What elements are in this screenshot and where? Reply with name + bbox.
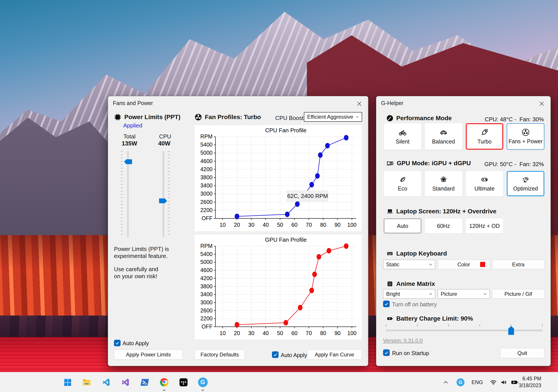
- run-on-startup-checkbox[interactable]: [383, 349, 390, 356]
- performance-mode-header: Performance Mode: [386, 115, 452, 122]
- mode-fans-power-button[interactable]: Fans + Power: [507, 123, 544, 150]
- battery-bolt-icon: [386, 315, 393, 322]
- keyboard-extra-button[interactable]: Extra: [492, 260, 544, 269]
- anime-mode-select[interactable]: Picture: [438, 289, 490, 299]
- cpu-fan-chart-card[interactable]: 102030405060708090100RPM5400500046004200…: [194, 125, 362, 231]
- visual-studio-icon[interactable]: [120, 377, 131, 387]
- flower-icon: [440, 175, 448, 183]
- svg-text:4200: 4200: [200, 275, 213, 281]
- ppt-note-line3: Use carefully and: [114, 266, 158, 273]
- laptop-screen-header: Laptop Screen: 120Hz + Overdrive: [386, 208, 496, 215]
- svg-text:GPU Fan Profile: GPU Fan Profile: [265, 236, 306, 243]
- cpu-label: CPU: [159, 133, 171, 140]
- mode-turbo-button[interactable]: Turbo: [466, 123, 503, 150]
- window-title: G-Helper: [381, 100, 403, 106]
- total-slider-thumb[interactable]: [124, 159, 132, 164]
- ppt-note-line1: Power Limits (PPT) is: [114, 246, 169, 252]
- cpu-slider-track[interactable]: [163, 151, 164, 237]
- close-icon[interactable]: [538, 100, 546, 108]
- g-helper-taskbar-icon[interactable]: G: [198, 377, 208, 387]
- screen-auto-button[interactable]: Auto: [384, 218, 421, 233]
- factory-defaults-button[interactable]: Factory Defaults: [194, 350, 245, 360]
- svg-text:4200: 4200: [200, 166, 213, 172]
- svg-text:2200: 2200: [200, 207, 213, 213]
- total-value: 135W: [122, 140, 137, 147]
- cpu-boost-select[interactable]: Efficient Aggressive: [304, 112, 362, 122]
- svg-text:40: 40: [263, 330, 269, 336]
- tray-chevron-up-icon[interactable]: [442, 378, 450, 386]
- svg-text:3800: 3800: [200, 174, 213, 180]
- wifi-icon[interactable]: [489, 378, 498, 387]
- gpu-standard-button[interactable]: Standard: [425, 171, 462, 196]
- svg-text:70: 70: [306, 222, 312, 228]
- cpu-fan-chart[interactable]: 102030405060708090100RPM5400500046004200…: [194, 125, 362, 231]
- mode-balanced-button[interactable]: Balanced: [425, 123, 462, 150]
- tray-clock[interactable]: 6:45 PM 3/18/2023: [519, 375, 541, 389]
- gpu-optimized-button[interactable]: Optimized: [507, 171, 544, 196]
- apply-fan-curve-button[interactable]: Apply Fan Curve: [307, 350, 362, 360]
- file-explorer-icon[interactable]: [81, 377, 92, 387]
- svg-text:20: 20: [234, 222, 240, 228]
- cpu-chip-icon: [114, 113, 122, 121]
- svg-text:2600: 2600: [200, 307, 213, 314]
- gpu-fan-chart[interactable]: 102030405060708090100RPM5400500046004200…: [194, 235, 362, 340]
- tidal-icon[interactable]: [178, 377, 189, 387]
- start-button[interactable]: [62, 377, 73, 387]
- svg-text:30: 30: [248, 222, 254, 228]
- leaf-icon: [399, 175, 407, 183]
- vscode-icon[interactable]: [101, 377, 111, 387]
- battery-slider-thumb[interactable]: [508, 326, 514, 335]
- keyboard-mode-select[interactable]: Static: [383, 260, 435, 269]
- svg-text:90: 90: [334, 330, 341, 336]
- close-icon[interactable]: [355, 100, 363, 108]
- applied-link[interactable]: Applied: [123, 122, 142, 129]
- auto-apply-power-checkbox[interactable]: [114, 340, 121, 346]
- anime-brightness-select[interactable]: Bright: [383, 289, 435, 299]
- svg-text:10: 10: [220, 330, 226, 336]
- chevron-down-icon: [356, 114, 359, 120]
- anime-turn-off-checkbox[interactable]: [383, 300, 390, 307]
- gpu-card-icon: [386, 159, 394, 167]
- total-slider-ticks: [121, 151, 123, 237]
- auto-apply-power-label: Auto Apply: [122, 340, 149, 347]
- version-link[interactable]: Version: 0.31.0.0: [383, 337, 423, 344]
- svg-text:OFF: OFF: [201, 215, 213, 221]
- auto-apply-fan-checkbox[interactable]: [272, 351, 279, 358]
- g-helper-tray-icon[interactable]: G: [456, 378, 465, 386]
- tray-time: 6:45 PM: [519, 375, 541, 382]
- keyboard-color-swatch: [480, 262, 485, 267]
- anime-picture-gif-button[interactable]: Picture / Gif: [492, 289, 544, 299]
- screen-60hz-button[interactable]: 60Hz: [425, 218, 462, 233]
- volume-icon[interactable]: [499, 378, 508, 387]
- gauge-icon: [386, 115, 393, 122]
- rocket-icon: [480, 128, 489, 136]
- svg-text:OFF: OFF: [201, 324, 213, 330]
- anime-matrix-header: Anime Matrix: [386, 280, 435, 287]
- fan-icon: [522, 128, 530, 136]
- battery-limit-header: Battery Charge Limit: 90%: [386, 315, 473, 322]
- keyboard-color-button[interactable]: Color: [438, 260, 490, 269]
- svg-text:CPU Fan Profile: CPU Fan Profile: [265, 127, 306, 133]
- svg-text:50: 50: [277, 222, 283, 228]
- svg-text:30: 30: [248, 330, 254, 336]
- tray-language[interactable]: ENG: [471, 379, 483, 385]
- cpu-boost-label: CPU Boost: [275, 115, 304, 122]
- g-helper-window: G-Helper Performance Mode CPU: 48°C - Fa…: [376, 96, 551, 366]
- battery-charging-icon[interactable]: [510, 378, 519, 387]
- cpu-slider-thumb[interactable]: [159, 198, 167, 203]
- svg-text:40: 40: [263, 222, 269, 228]
- gpu-ultimate-button[interactable]: Ultimate: [466, 171, 503, 196]
- battery-slider-track[interactable]: [386, 330, 543, 331]
- chrome-icon[interactable]: [159, 377, 169, 387]
- apply-power-limits-button[interactable]: Apply Power Limits: [114, 350, 183, 360]
- gpu-eco-button[interactable]: Eco: [384, 171, 421, 196]
- mode-silent-button[interactable]: Silent: [384, 123, 421, 150]
- bicycle-icon: [399, 128, 407, 136]
- powershell-icon[interactable]: [140, 377, 150, 387]
- screen-120hz-od-button[interactable]: 120Hz + OD: [466, 218, 503, 233]
- chevron-down-icon: [429, 261, 432, 268]
- svg-text:3400: 3400: [200, 182, 213, 189]
- fan-curve-tooltip: 62C, 2400 RPM: [287, 191, 328, 201]
- gpu-fan-chart-card[interactable]: 102030405060708090100RPM5400500046004200…: [194, 235, 362, 340]
- quit-button[interactable]: Quit: [500, 348, 544, 358]
